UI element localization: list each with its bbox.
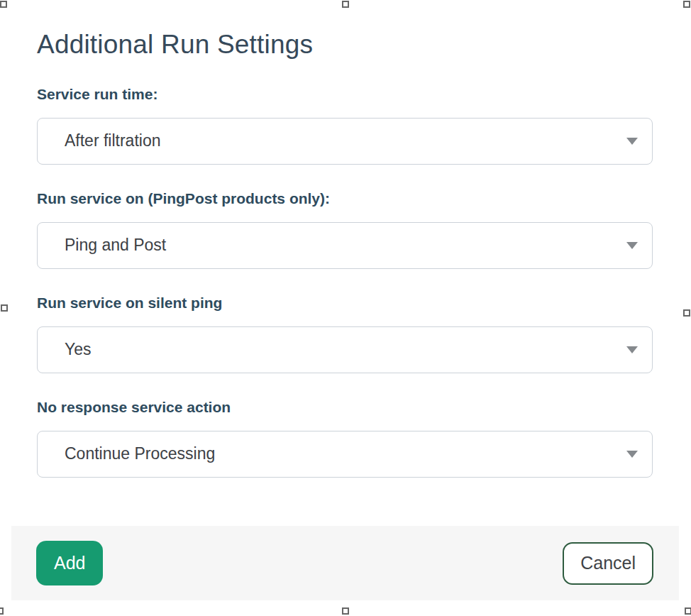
caret-down-icon [626, 138, 638, 145]
selection-handle-middle-right[interactable] [683, 309, 690, 317]
no-response-action-select[interactable]: Continue Processing [37, 431, 653, 478]
selection-handle-top-center[interactable] [342, 1, 349, 8]
service-run-time-select[interactable]: After filtration [37, 118, 653, 165]
add-button[interactable]: Add [36, 541, 103, 585]
run-service-on-label: Run service on (PingPost products only): [37, 190, 653, 207]
service-run-time-value: After filtration [65, 131, 161, 150]
cancel-button[interactable]: Cancel [563, 542, 653, 585]
no-response-action-label: No response service action [37, 399, 653, 416]
dialog-footer: Add Cancel [11, 526, 679, 600]
dialog-title: Additional Run Settings [37, 30, 653, 60]
caret-down-icon [626, 451, 638, 458]
run-service-on-select[interactable]: Ping and Post [37, 222, 653, 269]
silent-ping-label: Run service on silent ping [37, 295, 653, 312]
run-service-on-value: Ping and Post [65, 236, 166, 255]
selection-handle-bottom-left[interactable] [0, 607, 4, 615]
service-run-time-label: Service run time: [37, 86, 653, 103]
selection-handle-middle-left[interactable] [1, 304, 8, 312]
no-response-action-value: Continue Processing [65, 444, 215, 463]
silent-ping-value: Yes [65, 340, 92, 359]
silent-ping-select[interactable]: Yes [37, 326, 653, 373]
selection-handle-top-left[interactable] [0, 1, 7, 8]
selection-handle-bottom-right[interactable] [685, 607, 691, 615]
caret-down-icon [626, 242, 638, 249]
selection-handle-bottom-center[interactable] [342, 607, 349, 615]
dialog-body: Additional Run Settings Service run time… [37, 0, 653, 478]
caret-down-icon [626, 346, 638, 353]
selection-handle-top-right[interactable] [683, 1, 690, 8]
